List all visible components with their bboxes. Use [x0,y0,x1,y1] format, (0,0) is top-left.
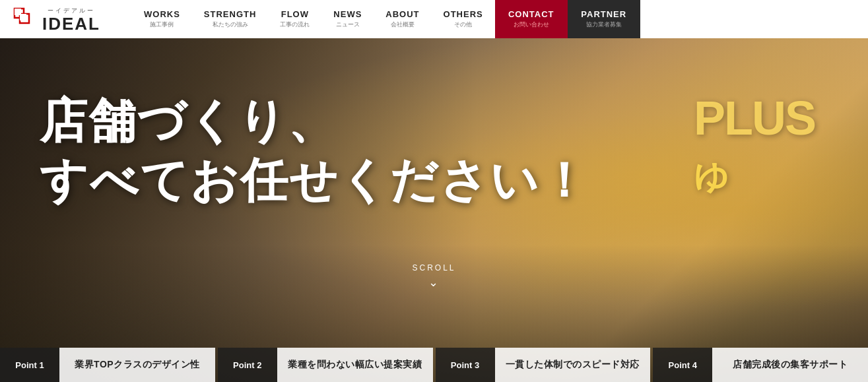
hero-section: PLUSゆ 店舗づくり、 すべてお任せください！ SCROLL ⌄ Point … [0,38,868,382]
partner-nav-item[interactable]: PARTNER 協力業者募集 [568,0,640,38]
svg-rect-3 [20,14,26,20]
point-item-3: Point 3 一貫した体制でのスピード対応 [436,348,651,382]
nav-item-others[interactable]: OTHERS その他 [432,0,495,38]
point-label-3: Point 3 [436,348,495,382]
point-item-1: Point 1 業界TOPクラスのデザイン性 [0,348,215,382]
nav-sub-strength: 私たちの強み [213,20,248,29]
nav-main-strength: STRENGTH [204,9,257,19]
nav-main-flow: FLOW [281,9,309,19]
nav-sub-flow: 工事の流れ [280,20,310,29]
nav-item-flow[interactable]: FLOW 工事の流れ [268,0,321,38]
nav-main-others: OTHERS [444,9,483,19]
plus-sign: PLUSゆ [694,91,815,201]
headline-line1: 店舗づくり、 すべてお任せください！ [40,91,589,210]
point-boxes: Point 1 業界TOPクラスのデザイン性 Point 2 業種を問わない幅広… [0,348,868,382]
nav-item-about[interactable]: ABOUT 会社概要 [374,0,431,38]
nav-main-news: NEWS [333,9,362,19]
hero-headline: 店舗づくり、 すべてお任せください！ [40,91,589,210]
partner-nav-label: PARTNER [581,9,626,19]
point-desc-4: 店舗完成後の集客サポート [712,348,868,382]
scroll-arrow-icon: ⌄ [428,275,440,290]
point-label-1: Point 1 [0,348,59,382]
logo-area[interactable]: ーイデアルー IDEAL [0,0,132,38]
contact-nav-item[interactable]: CONTACT お問い合わせ [495,0,568,38]
point-desc-2: 業種を問わない幅広い提案実績 [277,348,433,382]
nav-sub-others: その他 [454,20,472,29]
scroll-label: SCROLL [412,263,455,272]
nav-item-news[interactable]: NEWS ニュース [321,0,374,38]
point-item-4: Point 4 店舗完成後の集客サポート [653,348,868,382]
point-item-2: Point 2 業種を問わない幅広い提案実績 [218,348,433,382]
main-nav: WORKS 施工事例 STRENGTH 私たちの強み FLOW 工事の流れ NE… [132,0,868,38]
nav-item-works[interactable]: WORKS 施工事例 [132,0,192,38]
nav-sub-works: 施工事例 [150,20,174,29]
contact-nav-label: CONTACT [508,9,554,19]
hero-background [0,38,868,382]
partner-nav-sub: 協力業者募集 [586,20,622,29]
logo-icon [13,7,37,31]
scroll-indicator: SCROLL ⌄ [412,263,455,290]
point-label-2: Point 2 [218,348,277,382]
point-desc-1: 業界TOPクラスのデザイン性 [59,348,215,382]
header: ーイデアルー IDEAL WORKS 施工事例 STRENGTH 私たちの強み … [0,0,868,38]
about-badge: ABOUT 8243 [805,38,868,50]
nav-main-works: WORKS [144,9,180,19]
nav-sub-about: 会社概要 [391,20,415,29]
logo-text: IDEAL [42,14,100,34]
nav-main-about: ABOUT [385,9,419,19]
point-label-4: Point 4 [653,348,712,382]
point-desc-3: 一貫した体制でのスピード対応 [495,348,651,382]
contact-nav-sub: お問い合わせ [514,20,549,29]
nav-sub-news: ニュース [336,20,360,29]
nav-item-strength[interactable]: STRENGTH 私たちの強み [192,0,269,38]
